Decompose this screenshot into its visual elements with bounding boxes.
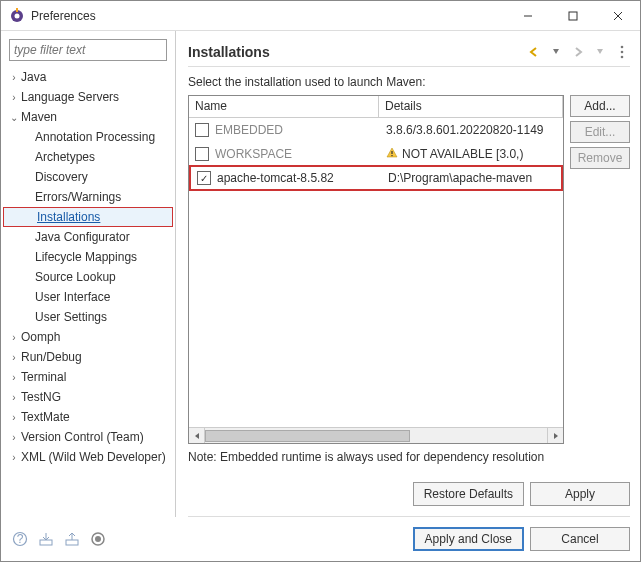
footer-icons: ? [11,530,413,548]
restore-defaults-button[interactable]: Restore Defaults [413,482,524,506]
record-icon[interactable] [89,530,107,548]
sidebar: ›Java›Language Servers⌄MavenAnnotation P… [1,31,176,517]
column-details[interactable]: Details [379,96,563,117]
forward-icon[interactable] [570,44,586,60]
tree-item[interactable]: ›TestNG [1,387,175,407]
tree-item[interactable]: Discovery [1,167,175,187]
tree-item[interactable]: User Interface [1,287,175,307]
filter-box [9,39,167,61]
tree-item-label: TextMate [21,410,70,424]
back-menu-icon[interactable] [548,44,564,60]
tree-item[interactable]: Lifecycle Mappings [1,247,175,267]
tree-item[interactable]: Java Configurator [1,227,175,247]
svg-rect-11 [391,155,392,156]
chevron-right-icon[interactable]: › [7,392,21,403]
forward-menu-icon[interactable] [592,44,608,60]
scroll-right-button[interactable] [547,428,563,443]
tree-item[interactable]: ›XML (Wild Web Developer) [1,447,175,467]
tree-item[interactable]: ›Oomph [1,327,175,347]
table-row[interactable]: EMBEDDED3.8.6/3.8.601.20220820-1149 [189,118,563,142]
tree-item-label: Java [21,70,46,84]
maximize-button[interactable] [550,1,595,30]
tree-item[interactable]: ›Language Servers [1,87,175,107]
column-name[interactable]: Name [189,96,379,117]
tree-item[interactable]: ⌄Maven [1,107,175,127]
apply-button[interactable]: Apply [530,482,630,506]
apply-close-button[interactable]: Apply and Close [413,527,524,551]
tree-item[interactable]: Source Lookup [1,267,175,287]
cancel-button[interactable]: Cancel [530,527,630,551]
chevron-right-icon[interactable]: › [7,412,21,423]
tree-item[interactable]: Archetypes [1,147,175,167]
row-name: EMBEDDED [215,123,380,137]
svg-rect-4 [569,12,577,20]
svg-point-7 [621,45,624,48]
back-icon[interactable] [526,44,542,60]
svg-rect-10 [391,151,392,154]
titlebar: Preferences [1,1,640,31]
note-text: Note: Embedded runtime is always used fo… [188,450,630,466]
row-details: NOT AVAILABLE [3.0,) [386,147,557,162]
tree-item[interactable]: Errors/Warnings [1,187,175,207]
chevron-right-icon[interactable]: › [7,92,21,103]
row-checkbox[interactable] [195,123,209,137]
chevron-down-icon[interactable]: ⌄ [7,112,21,123]
horizontal-scrollbar[interactable] [189,427,563,443]
tree-item-label: Installations [37,210,100,224]
tree-item[interactable]: ›Version Control (Team) [1,427,175,447]
tree-item[interactable]: ›Java [1,67,175,87]
close-button[interactable] [595,1,640,30]
preferences-tree[interactable]: ›Java›Language Servers⌄MavenAnnotation P… [1,67,175,517]
chevron-right-icon[interactable]: › [7,352,21,363]
svg-point-1 [15,13,20,18]
tree-item-label: Java Configurator [35,230,130,244]
minimize-button[interactable] [505,1,550,30]
table-header: Name Details [189,96,563,118]
tree-item-label: TestNG [21,390,61,404]
row-details: 3.8.6/3.8.601.20220820-1149 [386,123,557,137]
scroll-track[interactable] [205,428,547,443]
main-panel: Installations Select the installation us… [176,31,640,517]
footer-buttons: Apply and Close Cancel [413,527,630,551]
row-checkbox[interactable]: ✓ [197,171,211,185]
chevron-right-icon[interactable]: › [7,332,21,343]
header-nav [526,44,630,60]
tree-item-label: XML (Wild Web Developer) [21,450,166,464]
filter-input[interactable] [9,39,167,61]
dialog-body: ›Java›Language Servers⌄MavenAnnotation P… [1,31,640,517]
row-checkbox[interactable] [195,147,209,161]
installations-table: Name Details EMBEDDED3.8.6/3.8.601.20220… [188,95,564,444]
chevron-right-icon[interactable]: › [7,432,21,443]
tree-item[interactable]: ›Terminal [1,367,175,387]
chevron-right-icon[interactable]: › [7,452,21,463]
export-icon[interactable] [63,530,81,548]
scroll-thumb[interactable] [205,430,410,442]
edit-button[interactable]: Edit... [570,121,630,143]
chevron-right-icon[interactable]: › [7,72,21,83]
remove-button[interactable]: Remove [570,147,630,169]
add-button[interactable]: Add... [570,95,630,117]
tree-item[interactable]: ›TextMate [1,407,175,427]
window-controls [505,1,640,30]
row-details: D:\Program\apache-maven [388,171,555,185]
scroll-left-button[interactable] [189,428,205,443]
menu-icon[interactable] [614,44,630,60]
tree-item-label: Source Lookup [35,270,116,284]
tree-item[interactable]: Annotation Processing [1,127,175,147]
dialog-footer: ? Apply and Close Cancel [1,517,640,561]
table-row[interactable]: WORKSPACENOT AVAILABLE [3.0,) [189,142,563,166]
import-icon[interactable] [37,530,55,548]
tree-item[interactable]: ›Run/Debug [1,347,175,367]
page-buttons: Restore Defaults Apply [188,476,630,517]
chevron-right-icon[interactable]: › [7,372,21,383]
tree-item[interactable]: Installations [3,207,173,227]
app-icon [9,8,25,24]
tree-item-label: Oomph [21,330,60,344]
page-header: Installations [188,37,630,67]
tree-item[interactable]: User Settings [1,307,175,327]
help-icon[interactable]: ? [11,530,29,548]
installations-area: Name Details EMBEDDED3.8.6/3.8.601.20220… [188,95,630,444]
tree-item-label: Discovery [35,170,88,184]
svg-rect-15 [66,540,78,545]
table-row[interactable]: ✓apache-tomcat-8.5.82D:\Program\apache-m… [189,165,563,191]
